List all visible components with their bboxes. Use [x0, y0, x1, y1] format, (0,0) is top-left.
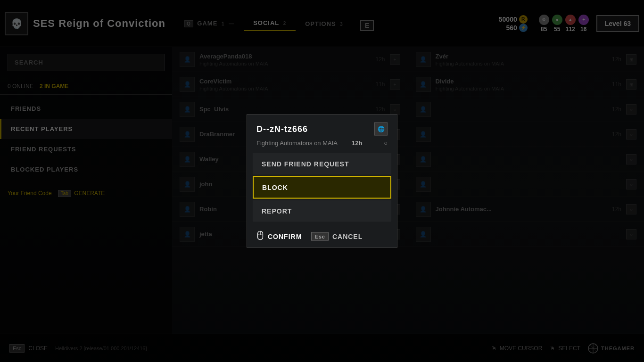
mouse-icon-svg [256, 231, 264, 240]
context-options: SEND FRIEND REQUEST BLOCK REPORT [247, 153, 397, 222]
context-footer: CONFIRM Esc CANCEL [247, 223, 397, 242]
context-player-name: D--zN-tz666 [256, 124, 308, 134]
context-modal: D--zN-tz666 🌐 Fighting Automatons on MAI… [247, 115, 397, 248]
option-report[interactable]: REPORT [253, 200, 391, 222]
context-activity: Fighting Automatons on MAIA 12h ○ [247, 140, 397, 153]
option-send-friend-request[interactable]: SEND FRIEND REQUEST [253, 153, 391, 175]
cancel-button[interactable]: Esc CANCEL [311, 232, 363, 240]
esc-key: Esc [311, 232, 329, 240]
context-player-icon: 🌐 [374, 123, 388, 136]
context-time: 12h [352, 140, 362, 147]
context-header: D--zN-tz666 🌐 [247, 115, 397, 140]
confirm-button[interactable]: CONFIRM [256, 231, 302, 242]
mouse-left-icon [256, 231, 264, 242]
option-block[interactable]: BLOCK [253, 176, 391, 199]
